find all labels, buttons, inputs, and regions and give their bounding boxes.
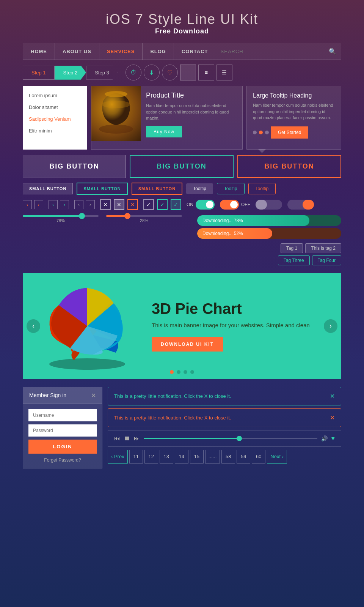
dropdown-item-3[interactable]: Sadipscing Veniam xyxy=(23,113,87,125)
checkbox-x-2[interactable]: ✕ xyxy=(114,199,124,210)
checkbox-check-1[interactable]: ✓ xyxy=(143,199,154,210)
nav-bar: HOME ABOUT US SERVICES BLOG CONTACT 🔍 xyxy=(23,43,341,60)
big-button-dark[interactable]: BIG BUTTON xyxy=(23,155,126,178)
dot-3 xyxy=(265,131,269,134)
download-icon-btn[interactable]: ⬇ xyxy=(144,65,160,80)
tag-three[interactable]: Tag Three xyxy=(278,255,310,265)
toggle-slider-orange[interactable] xyxy=(287,200,314,210)
page-14[interactable]: 14 xyxy=(175,450,188,464)
dropdown-item-4[interactable]: Elitr minim xyxy=(23,125,87,137)
banner-dot-2[interactable] xyxy=(177,370,180,374)
media-rewind-button[interactable]: ⏮ xyxy=(114,435,120,442)
checkbox-x-1[interactable]: ✕ xyxy=(100,199,111,210)
big-button-green[interactable]: BIG BUTTON xyxy=(130,155,234,178)
product-info: Product Title Nam liber tempor cum solut… xyxy=(141,86,242,149)
steps-icons-row: Step 1 Step 2 Step 3 ⏱ ⬇ ♡ ≡ ☰ xyxy=(23,65,341,80)
step-1[interactable]: Step 1 xyxy=(23,66,55,80)
slider-track-teal[interactable] xyxy=(23,215,99,217)
banner-prev-button[interactable]: ‹ xyxy=(27,319,40,333)
media-fill xyxy=(144,438,239,439)
step-2[interactable]: Step 2 xyxy=(55,66,86,80)
tooltip-pill-orange[interactable]: Tooltip xyxy=(248,183,276,194)
banner-dot-4[interactable] xyxy=(190,370,194,374)
tooltip-heading: Large Tooltip Heading xyxy=(253,92,335,99)
password-input[interactable] xyxy=(28,424,97,437)
toggle-on[interactable] xyxy=(196,200,215,210)
dropdown-item-1[interactable]: Lorem ipsum xyxy=(23,90,87,101)
chevron-group-orange: ‹ › xyxy=(23,200,43,209)
chevron-right-teal[interactable]: › xyxy=(60,200,69,209)
dot-2 xyxy=(259,131,263,134)
step-3[interactable]: Step 3 xyxy=(86,66,118,80)
media-heart-icon[interactable]: ♥ xyxy=(331,435,335,442)
chevron-right-plain[interactable]: › xyxy=(86,200,95,209)
tooltip-pill-dark[interactable]: Tooltip xyxy=(186,183,213,194)
buy-now-button[interactable]: Buy Now xyxy=(146,126,182,137)
tag-four[interactable]: Tag Four xyxy=(312,255,341,265)
search-input[interactable] xyxy=(221,49,329,54)
page-60[interactable]: 60 xyxy=(252,450,265,464)
volume-icon[interactable]: 🔊 xyxy=(321,435,328,441)
toggle-on-orange[interactable] xyxy=(220,200,239,210)
page-11[interactable]: 11 xyxy=(129,450,143,464)
notification-orange-text: This is a pretty little notification. Cl… xyxy=(114,415,231,421)
nav-item-contact[interactable]: CONTACT xyxy=(174,43,216,60)
media-stop-button[interactable]: ⏹ xyxy=(124,435,130,442)
toggle-on-group: ON xyxy=(187,200,215,210)
page-13[interactable]: 13 xyxy=(160,450,173,464)
small-button-green[interactable]: SMALL BUTTON xyxy=(77,183,127,195)
forgot-password-link[interactable]: Forget Password? xyxy=(28,457,97,463)
page-title: iOS 7 Style Line UI Kit xyxy=(8,11,356,27)
prev-button[interactable]: ‹ Prev xyxy=(108,450,128,464)
tag-1[interactable]: Tag 1 xyxy=(281,243,303,253)
nav-item-home[interactable]: HOME xyxy=(23,43,55,60)
dropdown-item-2[interactable]: Dolor sitamet xyxy=(23,101,87,113)
controls-row: ‹ › ‹ › ‹ › ✕ ✕ ✕ ✓ ✓ ✓ ON xyxy=(23,199,341,210)
media-track[interactable] xyxy=(144,438,317,439)
page-12[interactable]: 12 xyxy=(144,450,158,464)
menu-icon-btn[interactable]: ☰ xyxy=(217,65,232,80)
banner-next-button[interactable]: › xyxy=(324,319,337,333)
toggle-slider-gray[interactable] xyxy=(256,200,282,210)
tag-2[interactable]: This is tag 2 xyxy=(305,243,341,253)
checkbox-check-2[interactable]: ✓ xyxy=(157,199,168,210)
small-button-orange[interactable]: SMALL BUTTON xyxy=(132,183,182,195)
banner-dot-1[interactable] xyxy=(170,370,174,374)
list-icon-btn[interactable]: ≡ xyxy=(198,65,214,80)
nav-item-services[interactable]: SERVICES xyxy=(99,43,143,60)
tooltip-pill-green[interactable]: Tooltip xyxy=(217,183,245,194)
notification-teal: This is a pretty little notification. Cl… xyxy=(108,387,341,405)
media-forward-button[interactable]: ⏭ xyxy=(134,435,140,442)
notification-orange-close[interactable]: ✕ xyxy=(330,414,335,421)
nav-item-blog[interactable]: BLOG xyxy=(143,43,174,60)
chevron-right-orange[interactable]: › xyxy=(34,200,43,209)
get-started-button[interactable]: Get Started xyxy=(271,126,308,139)
grid-square-btn[interactable] xyxy=(180,65,196,80)
product-title: Product Title xyxy=(146,91,237,99)
banner-dot-3[interactable] xyxy=(184,370,187,374)
username-input[interactable] xyxy=(28,409,97,421)
chevron-left-plain[interactable]: ‹ xyxy=(74,200,83,209)
login-button[interactable]: LOGIN xyxy=(28,440,97,454)
signin-close-button[interactable]: ✕ xyxy=(91,392,96,399)
checkbox-x-3[interactable]: ✕ xyxy=(127,199,138,210)
heart-icon-btn[interactable]: ♡ xyxy=(162,65,178,80)
next-button[interactable]: Next › xyxy=(267,450,287,464)
product-card: Product Title Nam liber tempor cum solut… xyxy=(91,86,243,150)
checkbox-check-3[interactable]: ✓ xyxy=(171,199,181,210)
slider-track-orange[interactable] xyxy=(106,215,182,217)
small-button-dark[interactable]: SMALL BUTTON xyxy=(23,183,73,194)
clock-icon-btn[interactable]: ⏱ xyxy=(126,65,141,80)
page-58[interactable]: 58 xyxy=(221,450,235,464)
notification-teal-close[interactable]: ✕ xyxy=(330,393,335,400)
tags-row-2: Tag Three Tag Four xyxy=(278,255,341,265)
big-button-orange[interactable]: BIG BUTTON xyxy=(237,155,341,178)
page-59[interactable]: 59 xyxy=(237,450,250,464)
nav-item-about[interactable]: ABOUT US xyxy=(55,43,99,60)
chevron-left-orange[interactable]: ‹ xyxy=(23,200,32,209)
download-ui-kit-button[interactable]: DOWNLOAD UI KIT xyxy=(152,337,223,352)
svg-point-2 xyxy=(102,101,130,108)
page-15[interactable]: 15 xyxy=(190,450,204,464)
off-label: OFF xyxy=(241,202,250,207)
chevron-left-teal[interactable]: ‹ xyxy=(49,200,58,209)
